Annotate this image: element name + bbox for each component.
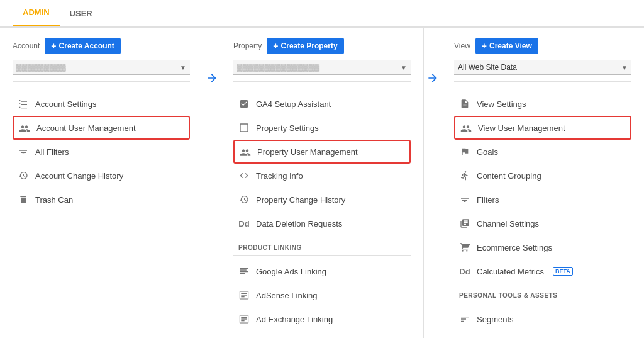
menu-item-segments[interactable]: Segments xyxy=(454,307,631,331)
account-user-mgmt-label: Account User Management xyxy=(36,123,136,133)
account-change-history-label: Account Change History xyxy=(35,171,123,181)
menu-item-view-settings[interactable]: View Settings xyxy=(454,92,631,116)
plus-icon-property: + xyxy=(273,41,278,51)
cart-icon xyxy=(459,242,470,253)
menu-item-account-change-history[interactable]: Account Change History xyxy=(13,164,190,188)
settings-icon xyxy=(18,98,29,110)
property-user-mgmt-label: Property User Management xyxy=(257,147,358,157)
property-selector-arrow: ▼ xyxy=(401,64,407,71)
menu-item-view-filters[interactable]: Filters xyxy=(454,188,631,211)
svg-rect-8 xyxy=(241,296,244,297)
svg-rect-1 xyxy=(240,268,248,269)
menu-item-view-user-mgmt[interactable]: View User Management xyxy=(454,116,631,140)
tab-user[interactable]: USER xyxy=(60,1,103,26)
property-column-header: Property + Create Property xyxy=(233,38,411,54)
menu-item-tracking-info[interactable]: Tracking Info xyxy=(233,164,411,188)
google-ads-linking-label: Google Ads Linking xyxy=(256,267,326,276)
property-settings-icon xyxy=(238,122,250,133)
product-linking-divider xyxy=(233,255,411,256)
menu-item-account-settings[interactable]: Account Settings xyxy=(13,92,190,116)
history-icon-property xyxy=(238,194,250,205)
trash-can-label: Trash Can xyxy=(35,195,73,205)
plus-icon-view: + xyxy=(482,41,487,51)
create-account-button[interactable]: + Create Account xyxy=(45,38,120,54)
account-selector-row: ▓▓▓▓▓▓▓▓▓ ▼ xyxy=(13,60,190,82)
channel-icon xyxy=(459,218,470,229)
main-content: Account + Create Account ▓▓▓▓▓▓▓▓▓ ▼ Acc… xyxy=(0,28,644,338)
menu-item-google-ads-linking[interactable]: Google Ads Linking xyxy=(233,259,411,283)
menu-item-property-change-history[interactable]: Property Change History xyxy=(233,188,411,211)
create-property-button[interactable]: + Create Property xyxy=(267,38,343,54)
all-filters-label: All Filters xyxy=(35,147,69,157)
svg-rect-4 xyxy=(240,273,245,274)
personal-tools-section-header: PERSONAL TOOLS & ASSETS xyxy=(454,287,631,301)
view-selector-row: All Web Site Data ▼ xyxy=(454,60,631,82)
property-label: Property xyxy=(233,42,262,50)
menu-item-trash-can[interactable]: Trash Can xyxy=(13,188,190,211)
account-settings-label: Account Settings xyxy=(35,99,97,109)
content-grouping-label: Content Grouping xyxy=(477,171,541,181)
ga4-setup-label: GA4 Setup Assistant xyxy=(256,99,331,109)
ads-icon xyxy=(238,266,250,277)
plus-icon: + xyxy=(51,41,56,51)
svg-rect-3 xyxy=(240,271,248,272)
tracking-info-label: Tracking Info xyxy=(256,171,303,181)
menu-item-property-user-mgmt[interactable]: Property User Management xyxy=(233,140,411,164)
property-selector-row: ▓▓▓▓▓▓▓▓▓▓▓▓▓▓▓ ▼ xyxy=(233,60,411,82)
property-change-history-label: Property Change History xyxy=(256,195,345,205)
check-square-icon xyxy=(238,98,250,110)
account-selector-arrow: ▼ xyxy=(180,64,186,71)
account-column: Account + Create Account ▓▓▓▓▓▓▓▓▓ ▼ Acc… xyxy=(0,28,203,338)
flag-icon xyxy=(459,146,470,157)
adsense-icon xyxy=(238,290,250,301)
adexchange-icon xyxy=(238,313,250,325)
view-label: View xyxy=(454,42,470,50)
trash-icon xyxy=(18,194,29,205)
create-view-button[interactable]: + Create View xyxy=(475,38,538,54)
account-selector[interactable]: ▓▓▓▓▓▓▓▓▓ ▼ xyxy=(13,60,190,75)
view-settings-label: View Settings xyxy=(477,99,526,109)
view-column: View + Create View All Web Site Data ▼ V… xyxy=(441,28,644,338)
svg-rect-6 xyxy=(241,293,247,294)
view-selector-text: All Web Site Data xyxy=(458,63,621,72)
channel-settings-label: Channel Settings xyxy=(477,219,539,228)
tab-admin[interactable]: ADMIN xyxy=(13,0,60,26)
menu-item-goals[interactable]: Goals xyxy=(454,140,631,164)
menu-item-property-settings[interactable]: Property Settings xyxy=(233,116,411,140)
view-selector[interactable]: All Web Site Data ▼ xyxy=(454,60,631,75)
history-icon xyxy=(18,170,29,181)
calculated-metrics-label: Calculated Metrics xyxy=(477,267,544,276)
dd-icon-view: Dd xyxy=(459,266,470,277)
svg-rect-10 xyxy=(241,317,247,318)
filter-icon xyxy=(18,146,29,157)
property-settings-label: Property Settings xyxy=(256,123,319,133)
users-icon-property xyxy=(240,146,251,157)
adsense-linking-label: AdSense Linking xyxy=(256,291,318,300)
ecommerce-settings-label: Ecommerce Settings xyxy=(477,243,552,252)
menu-item-ad-exchange-linking[interactable]: Ad Exchange Linking xyxy=(233,307,411,331)
menu-item-channel-settings[interactable]: Channel Settings xyxy=(454,211,631,235)
segments-icon xyxy=(459,313,470,325)
menu-item-adsense-linking[interactable]: AdSense Linking xyxy=(233,283,411,307)
svg-rect-7 xyxy=(241,295,247,295)
menu-item-account-user-mgmt[interactable]: Account User Management xyxy=(13,116,190,140)
arrow-property-view xyxy=(424,28,441,338)
property-selector[interactable]: ▓▓▓▓▓▓▓▓▓▓▓▓▓▓▓ ▼ xyxy=(233,60,411,75)
view-filters-label: Filters xyxy=(477,195,499,205)
svg-rect-12 xyxy=(241,320,244,321)
property-selector-text: ▓▓▓▓▓▓▓▓▓▓▓▓▓▓▓ xyxy=(237,63,401,72)
menu-item-ecommerce-settings[interactable]: Ecommerce Settings xyxy=(454,235,631,259)
menu-item-all-filters[interactable]: All Filters xyxy=(13,140,190,164)
ad-exchange-linking-label: Ad Exchange Linking xyxy=(256,315,333,324)
person-walk-icon xyxy=(459,170,470,181)
menu-item-calculated-metrics[interactable]: Dd Calculated Metrics BETA xyxy=(454,259,631,283)
menu-item-data-deletion[interactable]: Dd Data Deletion Requests xyxy=(233,211,411,235)
svg-rect-2 xyxy=(240,269,247,270)
arrow-account-property xyxy=(203,28,221,338)
create-view-label: Create View xyxy=(489,42,532,50)
view-user-mgmt-label: View User Management xyxy=(478,123,565,133)
menu-item-ga4-setup[interactable]: GA4 Setup Assistant xyxy=(233,92,411,116)
menu-item-content-grouping[interactable]: Content Grouping xyxy=(454,164,631,188)
personal-tools-divider xyxy=(454,303,631,303)
account-label: Account xyxy=(13,42,40,50)
